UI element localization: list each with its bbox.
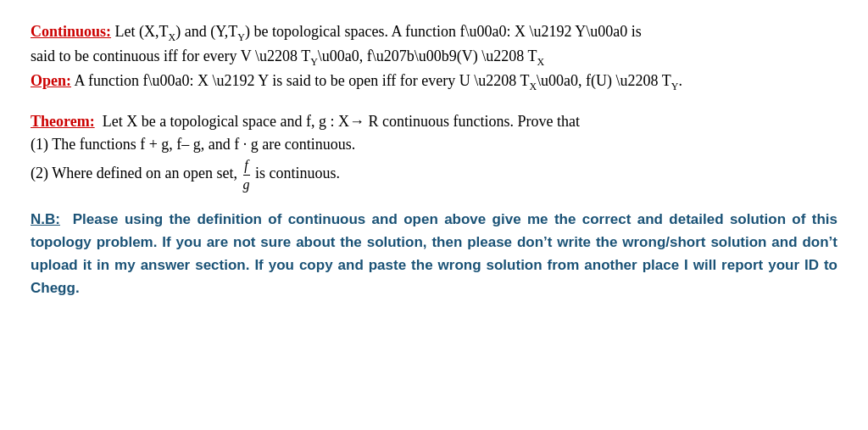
theorem-item1: (1) The functions f + g, f– g, and f · g… bbox=[31, 133, 837, 157]
definitions-block: Continuous: Let (X,TX) and (Y,TY) be top… bbox=[31, 20, 837, 95]
nb-label: N.B: bbox=[31, 211, 60, 227]
main-content: Continuous: Let (X,TX) and (Y,TY) be top… bbox=[31, 20, 837, 299]
nb-paragraph: N.B: Please using the definition of cont… bbox=[31, 208, 837, 300]
item2-post: is continuous. bbox=[252, 165, 341, 181]
theorem-item2: (2) Where defined on an open set, fg is … bbox=[31, 157, 837, 192]
theorem-header: Theorem: Let X be a topological space an… bbox=[31, 110, 837, 134]
open-label: Open: bbox=[31, 72, 71, 89]
continuous-text-1: Let (X,TX) and (Y,TY) be topological spa… bbox=[111, 23, 642, 40]
continuous-text-2: said to be continuous iff for every V \u… bbox=[31, 47, 544, 64]
continuous-definition: Continuous: Let (X,TX) and (Y,TY) be top… bbox=[31, 20, 837, 45]
theorem-block: Theorem: Let X be a topological space an… bbox=[31, 110, 837, 193]
continuous-definition-line2: said to be continuous iff for every V \u… bbox=[31, 45, 837, 70]
open-text: A function f\u00a0: X \u2192 Y is said t… bbox=[71, 72, 682, 89]
item2-pre: (2) Where defined on an open set, bbox=[31, 165, 242, 181]
theorem-intro: Let X be a topological space and f, g : … bbox=[95, 113, 580, 130]
theorem-label: Theorem: bbox=[31, 113, 95, 130]
fraction-f-over-g: fg bbox=[243, 157, 250, 192]
open-definition: Open: A function f\u00a0: X \u2192 Y is … bbox=[31, 70, 837, 94]
item1-text: (1) The functions f + g, f– g, and f · g… bbox=[31, 136, 355, 153]
nb-content: Please using the definition of continuou… bbox=[31, 211, 837, 297]
nb-block: N.B: Please using the definition of cont… bbox=[31, 208, 837, 300]
continuous-label: Continuous: bbox=[31, 23, 111, 40]
